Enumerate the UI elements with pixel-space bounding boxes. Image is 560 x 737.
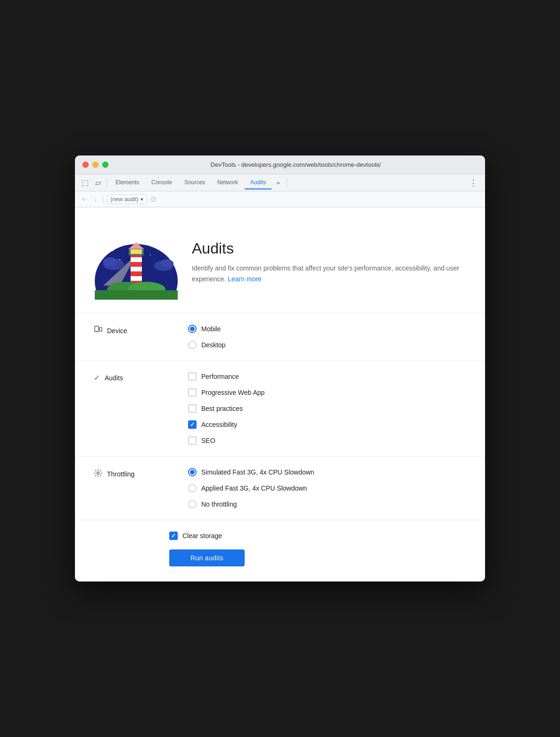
more-tabs-button[interactable]: » (272, 177, 283, 188)
minimize-button[interactable] (92, 162, 99, 168)
device-label: Device (94, 325, 169, 336)
desktop-radio-label: Desktop (201, 341, 225, 349)
seo-checkbox[interactable]: SEO (188, 436, 264, 445)
svg-point-9 (150, 254, 151, 255)
titlebar: DevTools - developers.google.com/web/too… (75, 156, 485, 174)
tab-elements[interactable]: Elements (110, 176, 145, 189)
run-audits-button[interactable]: Run audits (169, 549, 245, 566)
simulated-throttle-radio-circle[interactable] (188, 468, 197, 476)
device-section-label: Device (107, 327, 127, 335)
seo-checkbox-label: SEO (201, 437, 215, 444)
toolbar-separator (103, 195, 103, 204)
svg-point-3 (140, 237, 142, 239)
best-practices-checkbox[interactable]: Best practices (188, 404, 264, 413)
tab-audits[interactable]: Audits (245, 176, 272, 189)
device-icon (94, 326, 102, 336)
mobile-radio[interactable]: Mobile (188, 325, 225, 333)
clear-storage-checkbox[interactable]: Clear storage (169, 532, 466, 540)
audits-section-label: Audits (105, 374, 123, 382)
download-button[interactable]: ↓ (91, 194, 99, 205)
device-options: Mobile Desktop (188, 325, 225, 349)
performance-checkbox-label: Performance (201, 373, 239, 380)
svg-rect-25 (95, 326, 99, 332)
applied-throttle-radio-circle[interactable] (188, 484, 197, 492)
svg-point-4 (155, 245, 156, 246)
stop-audit-button[interactable]: ⊘ (150, 195, 156, 204)
svg-rect-17 (131, 267, 142, 271)
throttling-section-label: Throttling (107, 470, 134, 478)
add-audit-button[interactable]: + (80, 194, 88, 205)
desktop-radio[interactable]: Desktop (188, 341, 225, 349)
applied-throttle-radio[interactable]: Applied Fast 3G, 4x CPU Slowdown (188, 484, 314, 492)
devtools-window: DevTools - developers.google.com/web/too… (75, 156, 485, 581)
cursor-icon[interactable]: ⬚ (79, 176, 91, 189)
pwa-checkbox[interactable]: Progressive Web App (188, 388, 264, 397)
applied-throttle-label: Applied Fast 3G, 4x CPU Slowdown (201, 484, 307, 492)
tab-network[interactable]: Network (212, 176, 244, 189)
hero-description: Identify and fix common problems that af… (192, 263, 466, 284)
pwa-checkbox-label: Progressive Web App (201, 389, 264, 396)
device-section: Device Mobile Desktop (75, 313, 485, 361)
mobile-radio-label: Mobile (201, 325, 221, 333)
accessibility-checkbox[interactable]: Accessibility (188, 420, 264, 429)
throttling-section: Throttling Simulated Fast 3G, 4x CPU Slo… (75, 457, 485, 520)
tab-console[interactable]: Console (146, 176, 178, 189)
hero-title: Audits (192, 240, 466, 257)
tab-sources[interactable]: Sources (179, 176, 211, 189)
svg-rect-26 (99, 328, 102, 331)
svg-point-11 (103, 257, 117, 267)
clear-storage-label: Clear storage (182, 532, 222, 540)
svg-rect-24 (95, 290, 178, 300)
gear-icon (94, 469, 102, 479)
audit-toolbar: + ↓ (new audit) ▾ ⊘ (75, 191, 485, 207)
tabbar: ⬚ ▱ Elements Console Sources Network Aud… (75, 174, 485, 191)
bottom-section: Clear storage Run audits (75, 520, 485, 581)
performance-checkbox-box[interactable] (188, 372, 197, 381)
hero-section: Audits Identify and fix common problems … (75, 207, 485, 313)
no-throttle-radio-circle[interactable] (188, 500, 197, 508)
svg-point-1 (112, 249, 114, 251)
performance-checkbox[interactable]: Performance (188, 372, 264, 381)
device-icon[interactable]: ▱ (92, 176, 104, 189)
svg-rect-20 (131, 249, 142, 254)
svg-point-28 (97, 472, 99, 475)
main-content: Audits Identify and fix common problems … (75, 207, 485, 581)
tab-separator (107, 178, 107, 188)
dropdown-arrow-icon: ▾ (140, 196, 143, 203)
svg-point-13 (160, 259, 173, 268)
simulated-throttle-label: Simulated Fast 3G, 4x CPU Slowdown (201, 468, 314, 476)
devtools-menu-button[interactable]: ⋮ (465, 176, 481, 190)
svg-rect-16 (131, 257, 142, 262)
audit-profile-label: (new audit) (110, 196, 138, 203)
best-practices-checkbox-label: Best practices (201, 405, 243, 412)
close-button[interactable] (82, 162, 89, 168)
svg-point-5 (164, 252, 165, 254)
audits-options: Performance Progressive Web App Best pra… (188, 372, 264, 445)
audits-section: ✓ Audits Performance Progressive Web App… (75, 361, 485, 457)
audit-profile-dropdown[interactable]: (new audit) ▾ (107, 195, 146, 204)
best-practices-checkbox-box[interactable] (188, 404, 197, 413)
no-throttle-label: No throttling (201, 500, 237, 508)
accessibility-checkbox-box[interactable] (188, 420, 197, 429)
svg-rect-18 (131, 276, 142, 281)
no-throttle-radio[interactable]: No throttling (188, 500, 314, 508)
seo-checkbox-box[interactable] (188, 436, 197, 445)
simulated-throttle-radio[interactable]: Simulated Fast 3G, 4x CPU Slowdown (188, 468, 314, 476)
clear-storage-checkbox-box[interactable] (169, 532, 178, 540)
maximize-button[interactable] (102, 162, 108, 168)
throttling-options: Simulated Fast 3G, 4x CPU Slowdown Appli… (188, 468, 314, 508)
accessibility-checkbox-label: Accessibility (201, 421, 237, 428)
mobile-radio-circle[interactable] (188, 325, 197, 333)
lighthouse-illustration (94, 224, 179, 300)
svg-point-2 (122, 240, 123, 242)
pwa-checkbox-box[interactable] (188, 388, 197, 397)
checkmark-icon: ✓ (94, 373, 100, 382)
window-title: DevTools - developers.google.com/web/too… (114, 161, 478, 168)
tab-separator-2 (287, 178, 287, 188)
learn-more-link[interactable]: Learn more (228, 275, 262, 283)
hero-text: Audits Identify and fix common problems … (192, 240, 466, 284)
traffic-lights (82, 162, 108, 168)
throttling-label: Throttling (94, 468, 169, 479)
audits-label: ✓ Audits (94, 372, 169, 382)
desktop-radio-circle[interactable] (188, 341, 197, 349)
